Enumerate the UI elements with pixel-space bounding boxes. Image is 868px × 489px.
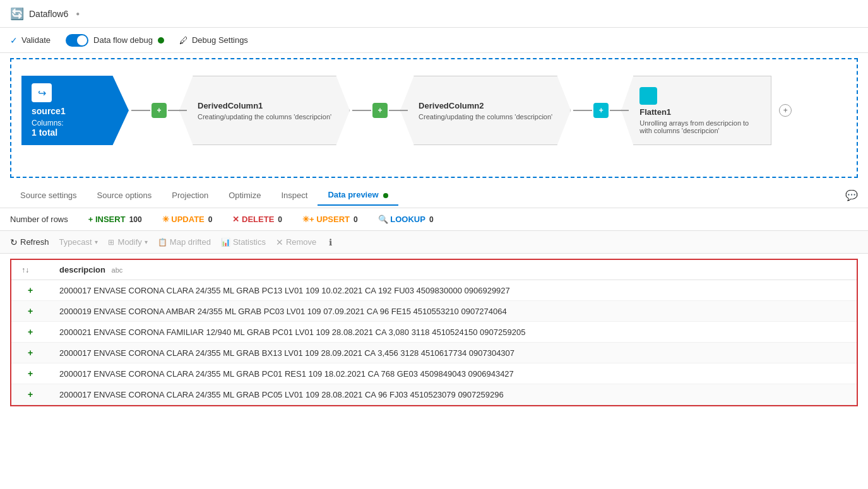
row-add-icon: + xyxy=(28,389,33,399)
validate-check-icon: ✓ xyxy=(10,35,18,45)
tabs-bar: Source settings Source options Projectio… xyxy=(0,183,868,208)
insert-label: + INSERT xyxy=(88,215,126,224)
plus-icon-2: + xyxy=(378,106,383,115)
row-add-cell: + xyxy=(11,280,49,301)
source-node-subtitle: Columns: xyxy=(32,119,110,127)
descripcion-header-label: descripcion xyxy=(59,265,105,274)
typecast-label: Typecast xyxy=(59,237,92,247)
refresh-icon: ↻ xyxy=(10,237,18,247)
row-add-icon: + xyxy=(28,285,33,295)
descripcion-col-type: abc xyxy=(112,266,123,274)
descripcion-cell: 2000017 ENVASE CORONA CLARA 24/355 ML GR… xyxy=(49,384,857,405)
tab-projection[interactable]: Projection xyxy=(162,186,218,205)
update-value: 0 xyxy=(208,215,213,224)
statistics-label: Statistics xyxy=(233,237,266,247)
typecast-button[interactable]: Typecast ▾ xyxy=(59,237,98,247)
lookup-label: 🔍 LOOKUP xyxy=(378,215,425,224)
data-table-wrapper: ↑↓ descripcion abc + 2000017 ENVASE CORO… xyxy=(10,259,858,406)
debug-settings-button[interactable]: 🖊 Debug Settings xyxy=(179,35,248,45)
descripcion-cell: 2000017 ENVASE CORONA CLARA 24/355 ML GR… xyxy=(49,343,857,363)
row-add-cell: + xyxy=(11,363,49,384)
transform1-connector-icon: + xyxy=(152,103,167,118)
row-add-cell: + xyxy=(11,343,49,363)
typecast-chevron-icon: ▾ xyxy=(95,239,98,245)
pipeline-nodes: ↪ source1 Columns: 1 total + DerivedColu… xyxy=(21,69,847,151)
add-after-flatten: + xyxy=(776,104,792,117)
delete-label: ✕ DELETE xyxy=(232,215,274,224)
remove-x-icon: ✕ xyxy=(276,237,283,247)
title-area: 🔄 Dataflow6 ● xyxy=(10,7,80,21)
source-node-icon: ↪ xyxy=(38,87,46,99)
upsert-label: ✳+ UPSERT xyxy=(302,215,350,224)
line-1 xyxy=(131,110,150,111)
line-1b xyxy=(168,110,187,111)
descripcion-cell: 2000017 ENVASE CORONA CLARA 24/355 ML GR… xyxy=(49,280,857,301)
comment-icon[interactable]: 💬 xyxy=(845,189,858,201)
plus-icon-3: + xyxy=(599,106,603,115)
upsert-stat: ✳+ UPSERT 0 xyxy=(302,215,358,224)
map-drifted-icon: 📋 xyxy=(158,238,167,247)
debug-settings-label: Debug Settings xyxy=(192,35,248,45)
transform2-connector-icon: + xyxy=(372,103,388,118)
sort-column-header[interactable]: ↑↓ xyxy=(11,260,49,280)
update-stat: ✳ UPDATE 0 xyxy=(162,215,213,224)
debug-toggle[interactable] xyxy=(66,34,88,47)
descripcion-column-header[interactable]: descripcion abc xyxy=(49,260,857,280)
table-row: + 2000017 ENVASE CORONA CLARA 24/355 ML … xyxy=(11,384,857,405)
row-add-cell: + xyxy=(11,322,49,343)
derived-column1-node[interactable]: DerivedColumn1 Creating/updating the col… xyxy=(179,76,350,145)
statistics-button[interactable]: 📊 Statistics xyxy=(221,237,266,247)
map-drifted-button[interactable]: 📋 Map drifted xyxy=(158,237,211,247)
modify-icon: ⊞ xyxy=(108,238,114,247)
upsert-value: 0 xyxy=(354,215,358,224)
toggle-knob xyxy=(77,35,87,45)
derived-column2-node[interactable]: DerivedColumn2 Creating/updating the col… xyxy=(400,76,571,145)
page-title: Dataflow6 xyxy=(29,9,68,19)
tab-optimize[interactable]: Optimize xyxy=(218,186,271,205)
debug-settings-icon: 🖊 xyxy=(179,35,188,45)
debug-label: Data flow debug xyxy=(93,35,153,45)
validate-button[interactable]: ✓ Validate xyxy=(10,35,51,45)
tab-inspect[interactable]: Inspect xyxy=(271,186,318,205)
tab-source-options[interactable]: Source options xyxy=(87,186,162,205)
table-row: + 2000017 ENVASE CORONA CLARA 24/355 ML … xyxy=(11,280,857,301)
dataflow-icon: 🔄 xyxy=(10,7,24,21)
top-bar: 🔄 Dataflow6 ● xyxy=(0,0,868,28)
lookup-stat: 🔍 LOOKUP 0 xyxy=(378,215,434,224)
table-row: + 2000017 ENVASE CORONA CLARA 24/355 ML … xyxy=(11,343,857,363)
action-bar: ↻ Refresh Typecast ▾ ⊞ Modify ▾ 📋 Map dr… xyxy=(0,231,868,254)
derived1-title: DerivedColumn1 xyxy=(198,101,263,110)
sort-icon: ↑↓ xyxy=(21,266,29,274)
table-row: + 2000017 ENVASE CORONA CLARA 24/355 ML … xyxy=(11,363,857,384)
modify-button[interactable]: ⊞ Modify ▾ xyxy=(108,237,148,247)
source1-node[interactable]: ↪ source1 Columns: 1 total xyxy=(21,76,129,145)
lookup-value: 0 xyxy=(429,215,434,224)
line-2b xyxy=(389,110,408,111)
connector-2: + xyxy=(352,103,408,118)
number-of-rows-label: Number of rows xyxy=(10,215,68,224)
derived2-desc: Creating/updating the columns 'descripci… xyxy=(419,113,552,121)
insert-stat: + INSERT 100 xyxy=(88,215,142,224)
data-table: ↑↓ descripcion abc + 2000017 ENVASE CORO… xyxy=(11,260,857,405)
tab-source-settings[interactable]: Source settings xyxy=(10,186,87,205)
debug-toggle-container: Data flow debug xyxy=(66,34,164,47)
stats-bar: Number of rows + INSERT 100 ✳ UPDATE 0 ✕… xyxy=(0,208,868,231)
add-node-button[interactable]: + xyxy=(779,104,792,117)
pipeline-canvas: ↪ source1 Columns: 1 total + DerivedColu… xyxy=(10,58,858,178)
update-label: ✳ UPDATE xyxy=(162,215,205,224)
statistics-icon: 📊 xyxy=(221,238,230,247)
info-icon[interactable]: ℹ xyxy=(329,237,332,247)
debug-active-dot xyxy=(158,37,164,44)
delete-value: 0 xyxy=(278,215,282,224)
source-node-title: source1 xyxy=(32,106,110,116)
remove-button[interactable]: ✕ Remove xyxy=(276,237,316,247)
flatten1-node[interactable]: Flatten1 Unrolling arrays from descripci… xyxy=(621,76,771,145)
table-row: + 2000019 ENVASE CORONA AMBAR 24/355 ML … xyxy=(11,301,857,322)
toolbar: ✓ Validate Data flow debug 🖊 Debug Setti… xyxy=(0,28,868,53)
table-header-row: ↑↓ descripcion abc xyxy=(11,260,857,280)
descripcion-cell: 2000019 ENVASE CORONA AMBAR 24/355 ML GR… xyxy=(49,301,857,322)
tab-data-preview[interactable]: Data preview xyxy=(318,185,398,206)
refresh-button[interactable]: ↻ Refresh xyxy=(10,237,49,247)
line-2 xyxy=(352,110,371,111)
derived2-title: DerivedColumn2 xyxy=(419,101,484,110)
